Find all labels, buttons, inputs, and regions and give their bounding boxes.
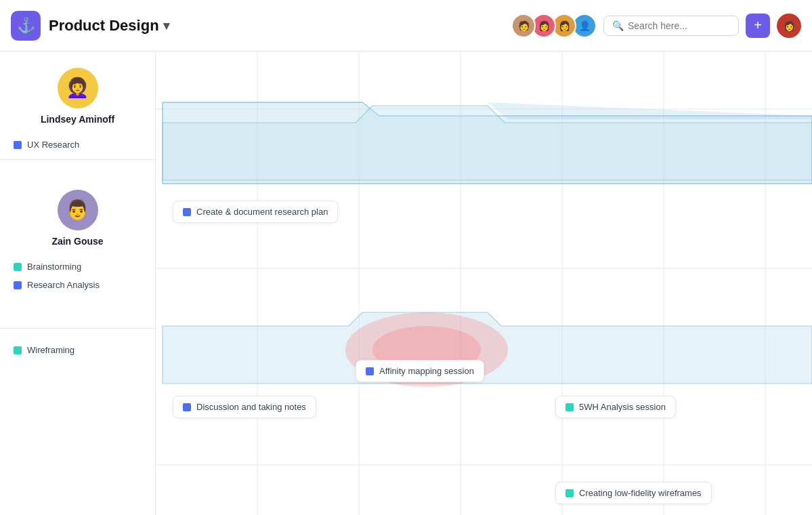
timeline-area: Create & document research plan Affinity… — [156, 52, 812, 515]
task-dot-affinity — [366, 367, 374, 375]
avatar-face-1: 🧑 — [518, 20, 530, 31]
face-zain: 👨 — [66, 201, 89, 220]
task-dot-discussion — [183, 403, 191, 411]
task-label-affinity: Affinity mapping session — [379, 366, 474, 376]
tag-brainstorming: Brainstorming — [0, 258, 155, 276]
task-card-wireframes[interactable]: Creating low-fidelity wireframes — [555, 482, 712, 504]
current-user-face: 👩 — [784, 20, 795, 31]
current-user-avatar[interactable]: 👩 — [777, 14, 801, 38]
avatar-face-4: 👤 — [579, 20, 591, 31]
task-dot-research-plan — [183, 208, 191, 216]
search-icon: 🔍 — [612, 20, 624, 31]
header-right: 🧑 👩 👩 👤 🔍 + 👩 — [511, 14, 801, 38]
task-card-affinity[interactable]: Affinity mapping session — [356, 360, 484, 382]
name-lindsey: Lindsey Aminoff — [41, 114, 114, 125]
tag-ux-research: UX Research — [0, 136, 155, 154]
face-lindsey: 👩‍🦱 — [66, 79, 89, 98]
tag-dot-wireframing — [14, 346, 22, 354]
task-label-research-plan: Create & document research plan — [196, 207, 328, 217]
person-lindsey: 👩‍🦱 Lindsey Aminoff — [0, 52, 155, 136]
main-content: 👩‍🦱 Lindsey Aminoff UX Research 👨 Zain G… — [0, 52, 812, 515]
avatar-face-3: 👩 — [559, 20, 570, 31]
tag-label-wireframing: Wireframing — [27, 345, 74, 355]
team-avatars: 🧑 👩 👩 👤 — [511, 14, 597, 38]
avatar-face-2: 👩 — [538, 20, 550, 31]
task-dot-5wh — [565, 403, 574, 411]
task-label-discussion: Discussion and taking notes — [196, 402, 306, 412]
tag-label-research-analysis: Research Analysis — [27, 280, 100, 290]
task-card-research-plan[interactable]: Create & document research plan — [173, 201, 338, 223]
task-label-wireframes: Creating low-fidelity wireframes — [579, 488, 702, 498]
task-card-discussion[interactable]: Discussion and taking notes — [173, 396, 316, 418]
search-input[interactable] — [628, 20, 723, 31]
timeline-svg — [156, 52, 812, 515]
project-name: Product Design — [49, 17, 159, 35]
task-dot-wireframes — [565, 489, 574, 497]
tag-research-analysis: Research Analysis — [0, 276, 155, 294]
logo-icon[interactable]: ⚓ — [11, 11, 41, 41]
project-title: Product Design ▾ — [49, 17, 169, 35]
search-bar: 🔍 — [603, 16, 739, 36]
add-button[interactable]: + — [746, 14, 770, 38]
anchor-icon: ⚓ — [17, 17, 35, 35]
avatar-zain: 👨 — [58, 190, 98, 230]
chevron-down-icon[interactable]: ▾ — [163, 18, 169, 33]
tag-dot-ux-research — [14, 141, 22, 149]
tag-label-ux-research: UX Research — [27, 140, 79, 150]
tag-wireframing: Wireframing — [0, 334, 155, 359]
tag-dot-research-analysis — [14, 281, 22, 289]
team-avatar-1[interactable]: 🧑 — [511, 14, 536, 38]
avatar-lindsey: 👩‍🦱 — [58, 68, 98, 108]
task-card-5wh[interactable]: 5WH Analysis session — [555, 396, 676, 418]
sidebar-divider-1 — [0, 159, 155, 160]
header: ⚓ Product Design ▾ 🧑 👩 👩 👤 🔍 + — [0, 0, 812, 52]
person-zain: 👨 Zain Gouse — [0, 165, 155, 258]
task-label-5wh: 5WH Analysis session — [579, 402, 666, 412]
name-zain: Zain Gouse — [51, 236, 103, 247]
tag-label-brainstorming: Brainstorming — [27, 262, 81, 272]
header-left: ⚓ Product Design ▾ — [11, 11, 169, 41]
sidebar-divider-2 — [0, 328, 155, 329]
sidebar: 👩‍🦱 Lindsey Aminoff UX Research 👨 Zain G… — [0, 52, 156, 515]
tag-dot-brainstorming — [14, 263, 22, 271]
